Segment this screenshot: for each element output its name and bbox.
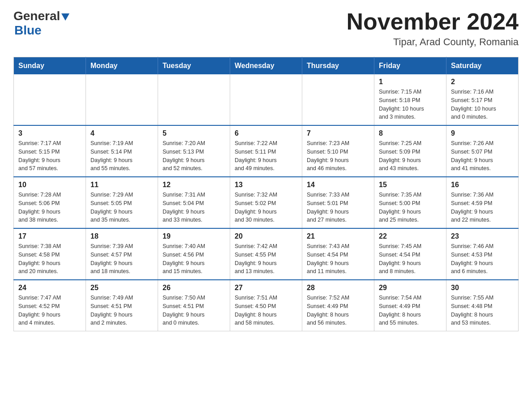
table-row <box>158 74 230 125</box>
day-info: Sunrise: 7:42 AMSunset: 4:55 PMDaylight:… <box>235 242 297 276</box>
table-row: 12Sunrise: 7:31 AMSunset: 5:04 PMDayligh… <box>158 177 230 228</box>
logo-triangle-icon <box>60 12 70 21</box>
table-row: 20Sunrise: 7:42 AMSunset: 4:55 PMDayligh… <box>230 228 302 280</box>
day-info: Sunrise: 7:38 AMSunset: 4:58 PMDaylight:… <box>18 242 81 276</box>
day-number: 12 <box>163 181 225 189</box>
table-row: 25Sunrise: 7:49 AMSunset: 4:51 PMDayligh… <box>86 280 158 331</box>
table-row: 27Sunrise: 7:51 AMSunset: 4:50 PMDayligh… <box>230 280 302 331</box>
table-row: 19Sunrise: 7:40 AMSunset: 4:56 PMDayligh… <box>158 228 230 280</box>
day-info: Sunrise: 7:45 AMSunset: 4:54 PMDaylight:… <box>379 242 442 276</box>
header-monday: Monday <box>86 57 158 75</box>
header-tuesday: Tuesday <box>158 57 230 75</box>
header-friday: Friday <box>374 57 446 75</box>
header-saturday: Saturday <box>446 57 519 75</box>
day-info: Sunrise: 7:26 AMSunset: 5:07 PMDaylight:… <box>451 139 514 173</box>
day-info: Sunrise: 7:16 AMSunset: 5:17 PMDaylight:… <box>451 88 514 121</box>
day-number: 26 <box>163 284 225 292</box>
day-info: Sunrise: 7:35 AMSunset: 5:00 PMDaylight:… <box>379 191 442 224</box>
title-block: November 2024 Tipar, Arad County, Romani… <box>347 9 519 48</box>
calendar-header-row: Sunday Monday Tuesday Wednesday Thursday… <box>14 57 519 75</box>
calendar-week-row: 17Sunrise: 7:38 AMSunset: 4:58 PMDayligh… <box>14 228 519 280</box>
table-row <box>86 74 158 125</box>
day-number: 4 <box>90 129 153 137</box>
table-row: 8Sunrise: 7:25 AMSunset: 5:09 PMDaylight… <box>374 125 446 177</box>
day-info: Sunrise: 7:49 AMSunset: 4:51 PMDaylight:… <box>90 294 153 327</box>
day-info: Sunrise: 7:50 AMSunset: 4:51 PMDaylight:… <box>163 294 225 327</box>
header-thursday: Thursday <box>302 57 374 75</box>
table-row: 13Sunrise: 7:32 AMSunset: 5:02 PMDayligh… <box>230 177 302 228</box>
table-row: 9Sunrise: 7:26 AMSunset: 5:07 PMDaylight… <box>446 125 519 177</box>
day-number: 25 <box>90 284 153 292</box>
day-number: 11 <box>90 181 153 189</box>
day-number: 24 <box>18 284 81 292</box>
page-subtitle: Tipar, Arad County, Romania <box>347 36 519 48</box>
day-info: Sunrise: 7:15 AMSunset: 5:18 PMDaylight:… <box>379 88 442 121</box>
table-row: 21Sunrise: 7:43 AMSunset: 4:54 PMDayligh… <box>302 228 374 280</box>
table-row: 11Sunrise: 7:29 AMSunset: 5:05 PMDayligh… <box>86 177 158 228</box>
calendar-week-row: 24Sunrise: 7:47 AMSunset: 4:52 PMDayligh… <box>14 280 519 331</box>
day-info: Sunrise: 7:52 AMSunset: 4:49 PMDaylight:… <box>307 294 369 327</box>
logo-blue-text: Blue <box>14 23 42 37</box>
table-row: 18Sunrise: 7:39 AMSunset: 4:57 PMDayligh… <box>86 228 158 280</box>
day-info: Sunrise: 7:19 AMSunset: 5:14 PMDaylight:… <box>90 139 153 173</box>
day-number: 15 <box>379 181 442 189</box>
table-row: 2Sunrise: 7:16 AMSunset: 5:17 PMDaylight… <box>446 74 519 125</box>
day-number: 13 <box>235 181 297 189</box>
day-number: 7 <box>307 129 369 137</box>
day-number: 16 <box>451 181 514 189</box>
header-wednesday: Wednesday <box>230 57 302 75</box>
day-info: Sunrise: 7:36 AMSunset: 4:59 PMDaylight:… <box>451 191 514 224</box>
header-sunday: Sunday <box>14 57 86 75</box>
table-row: 26Sunrise: 7:50 AMSunset: 4:51 PMDayligh… <box>158 280 230 331</box>
day-number: 27 <box>235 284 297 292</box>
day-number: 1 <box>379 78 442 86</box>
day-number: 8 <box>379 129 442 137</box>
calendar-table: Sunday Monday Tuesday Wednesday Thursday… <box>13 57 519 331</box>
day-number: 14 <box>307 181 369 189</box>
table-row: 3Sunrise: 7:17 AMSunset: 5:15 PMDaylight… <box>14 125 86 177</box>
table-row: 30Sunrise: 7:55 AMSunset: 4:48 PMDayligh… <box>446 280 519 331</box>
day-info: Sunrise: 7:39 AMSunset: 4:57 PMDaylight:… <box>90 242 153 276</box>
table-row: 5Sunrise: 7:20 AMSunset: 5:13 PMDaylight… <box>158 125 230 177</box>
day-info: Sunrise: 7:33 AMSunset: 5:01 PMDaylight:… <box>307 191 369 224</box>
table-row: 10Sunrise: 7:28 AMSunset: 5:06 PMDayligh… <box>14 177 86 228</box>
calendar-week-row: 10Sunrise: 7:28 AMSunset: 5:06 PMDayligh… <box>14 177 519 228</box>
day-number: 19 <box>163 232 225 240</box>
day-info: Sunrise: 7:29 AMSunset: 5:05 PMDaylight:… <box>90 191 153 224</box>
day-info: Sunrise: 7:40 AMSunset: 4:56 PMDaylight:… <box>163 242 225 276</box>
page-title: November 2024 <box>347 9 519 34</box>
calendar-week-row: 1Sunrise: 7:15 AMSunset: 5:18 PMDaylight… <box>14 74 519 125</box>
table-row: 17Sunrise: 7:38 AMSunset: 4:58 PMDayligh… <box>14 228 86 280</box>
day-number: 2 <box>451 78 514 86</box>
day-number: 3 <box>18 129 81 137</box>
day-number: 5 <box>163 129 225 137</box>
page-header: General Blue November 2024 Tipar, Arad C… <box>13 9 519 48</box>
table-row: 28Sunrise: 7:52 AMSunset: 4:49 PMDayligh… <box>302 280 374 331</box>
table-row: 16Sunrise: 7:36 AMSunset: 4:59 PMDayligh… <box>446 177 519 228</box>
table-row <box>230 74 302 125</box>
day-number: 18 <box>90 232 153 240</box>
day-info: Sunrise: 7:55 AMSunset: 4:48 PMDaylight:… <box>451 294 514 327</box>
day-info: Sunrise: 7:43 AMSunset: 4:54 PMDaylight:… <box>307 242 369 276</box>
table-row: 15Sunrise: 7:35 AMSunset: 5:00 PMDayligh… <box>374 177 446 228</box>
day-info: Sunrise: 7:32 AMSunset: 5:02 PMDaylight:… <box>235 191 297 224</box>
table-row: 6Sunrise: 7:22 AMSunset: 5:11 PMDaylight… <box>230 125 302 177</box>
table-row: 14Sunrise: 7:33 AMSunset: 5:01 PMDayligh… <box>302 177 374 228</box>
day-info: Sunrise: 7:31 AMSunset: 5:04 PMDaylight:… <box>163 191 225 224</box>
logo: General Blue <box>13 9 70 38</box>
day-info: Sunrise: 7:22 AMSunset: 5:11 PMDaylight:… <box>235 139 297 173</box>
table-row: 24Sunrise: 7:47 AMSunset: 4:52 PMDayligh… <box>14 280 86 331</box>
table-row: 1Sunrise: 7:15 AMSunset: 5:18 PMDaylight… <box>374 74 446 125</box>
table-row: 7Sunrise: 7:23 AMSunset: 5:10 PMDaylight… <box>302 125 374 177</box>
table-row: 23Sunrise: 7:46 AMSunset: 4:53 PMDayligh… <box>446 228 519 280</box>
day-number: 22 <box>379 232 442 240</box>
day-info: Sunrise: 7:23 AMSunset: 5:10 PMDaylight:… <box>307 139 369 173</box>
day-number: 17 <box>18 232 81 240</box>
table-row <box>302 74 374 125</box>
calendar-week-row: 3Sunrise: 7:17 AMSunset: 5:15 PMDaylight… <box>14 125 519 177</box>
day-number: 23 <box>451 232 514 240</box>
day-number: 28 <box>307 284 369 292</box>
svg-marker-0 <box>61 13 69 21</box>
day-number: 9 <box>451 129 514 137</box>
table-row: 4Sunrise: 7:19 AMSunset: 5:14 PMDaylight… <box>86 125 158 177</box>
